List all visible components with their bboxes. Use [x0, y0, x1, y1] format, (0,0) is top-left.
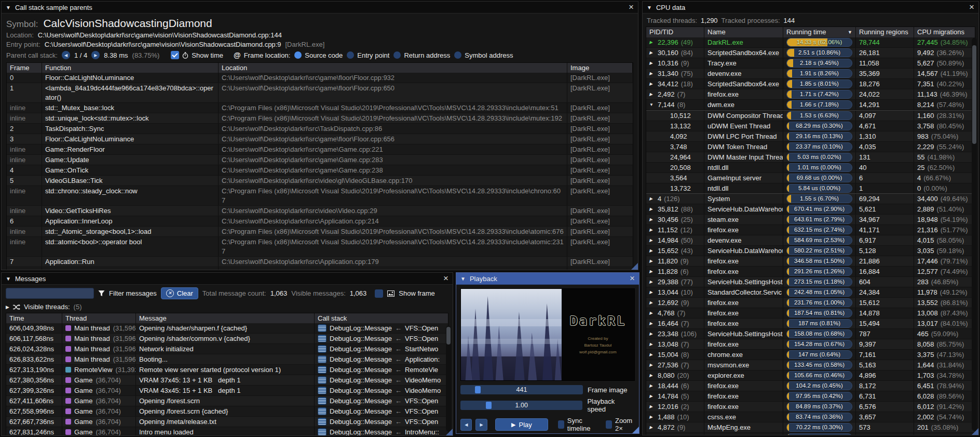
message-row[interactable]: 627,667,736nsGame(36,704)Opening /meta/r…	[6, 417, 448, 427]
expand-tree-icon[interactable]: ▶	[649, 235, 655, 245]
column-cpu-migrations[interactable]: CPU migrations	[914, 27, 975, 37]
message-row[interactable]: 627,399,326nsGame(36,704)VRAM 43x45: 15 …	[6, 386, 448, 396]
messages-scrollbar[interactable]	[446, 326, 451, 431]
callstack-list-icon[interactable]	[318, 366, 326, 374]
column-pid-tid[interactable]: PID/TID	[646, 27, 704, 37]
stack-frame-row[interactable]: inlinestd::_Atomic_storage<bool,1>::load…	[7, 227, 633, 237]
expand-tree-icon[interactable]: ▶	[649, 308, 655, 318]
column-name[interactable]: Name	[704, 27, 783, 37]
expand-tree-icon[interactable]: ▶	[649, 319, 655, 328]
prev-callstack-button[interactable]: ◀	[62, 51, 70, 59]
stack-frame-row[interactable]: inlinestd::unique_ptr<Application,std::d…	[7, 267, 633, 270]
column-callstack[interactable]: Call stack	[315, 313, 448, 323]
playback-speed-slider[interactable]: 1.00	[460, 401, 582, 410]
process-row[interactable]: ▶22,396(49)DarkRL.exe14.33 s (62.06%)78,…	[646, 37, 975, 48]
expand-tree-icon[interactable]: ▶	[649, 215, 655, 224]
expand-tree-icon[interactable]: ▶	[649, 287, 655, 297]
stack-frame-row[interactable]: inlinestd::chrono::steady_clock::nowC:\P…	[7, 186, 633, 206]
process-row[interactable]: ▶13,048(7)firefox.exe154.28 ms (0.67%)9,…	[646, 339, 975, 350]
expand-tree-icon[interactable]: ▶	[649, 277, 655, 287]
expand-tree-icon[interactable]: ▶	[649, 69, 655, 78]
stack-frame-row[interactable]: inlinestd::unique_lock<std::mutex>::lock…	[7, 113, 633, 124]
process-row[interactable]: ▶23,348(106)ServiceHub.SettingsHost158.0…	[646, 329, 975, 339]
expand-tree-icon[interactable]: ▶	[649, 267, 655, 276]
close-icon[interactable]: ×	[969, 4, 974, 11]
radio-dot[interactable]	[294, 51, 302, 59]
expand-tree-icon[interactable]: ▶	[649, 350, 655, 360]
message-row[interactable]: 627,380,356nsGame(36,704)VRAM 37x45: 13 …	[6, 375, 448, 386]
message-row[interactable]: 627,831,246nsGame(36,704)Intro menu load…	[6, 427, 448, 436]
message-row[interactable]: 626,024,328nsMain thread(31,596)Network …	[6, 344, 448, 354]
expand-tree-icon[interactable]: ▶	[649, 370, 655, 380]
messages-scrollbar-thumb[interactable]	[446, 327, 451, 345]
expand-tree-icon[interactable]: ▶	[649, 48, 655, 58]
process-row[interactable]: ▶8,080(20)explorer.exe105.66 ms (0.46%)4…	[646, 370, 975, 381]
process-row[interactable]: ▶34,412(18)ScriptedSandbox64.exe1.85 s (…	[646, 79, 975, 89]
callstack-list-icon[interactable]	[318, 397, 326, 405]
expand-tree-icon[interactable]: ▶	[649, 433, 655, 435]
expand-tree-icon[interactable]: ▶	[649, 329, 655, 339]
column-time[interactable]: Time	[6, 313, 62, 323]
close-icon[interactable]: ×	[629, 4, 634, 11]
visible-threads-label[interactable]: Visible threads:	[24, 303, 70, 311]
process-row[interactable]: ▶27,536(7)msvsmon.exe133.45 ms (0.58%)5,…	[646, 360, 975, 370]
stack-frame-row[interactable]: 2TaskDispatch::SyncC:\Users\wolf\Desktop…	[7, 124, 633, 134]
radio-dot[interactable]	[454, 51, 461, 59]
stack-frame-row[interactable]: 7Application::RunC:\Users\wolf\Desktop\d…	[7, 257, 633, 267]
threads-collapse-icon[interactable]: ▶	[6, 304, 9, 310]
message-row[interactable]: 606,049,398nsMain thread(31,596)Opening …	[6, 323, 448, 334]
column-location[interactable]: Location	[219, 63, 567, 73]
message-callstack[interactable]: DebugLog::Message←RemoteVie	[315, 365, 448, 375]
message-callstack[interactable]: DebugLog::Message←VFS::Open	[315, 334, 448, 343]
process-row[interactable]: ▶14,784(5)firefox.exe97.95 ms (0.42%)6,7…	[646, 391, 975, 402]
message-row[interactable]: 627,313,190nsRemoteView(31,392)Remote vi…	[6, 365, 448, 375]
column-image[interactable]: Image	[567, 63, 633, 73]
close-icon[interactable]: ×	[630, 275, 635, 282]
process-row[interactable]: ▶4(126)System1.55 s (6.70%)69,29434,400(…	[646, 194, 975, 204]
callstack-list-icon[interactable]	[318, 324, 326, 332]
message-callstack[interactable]: DebugLog::Message←VFS::Open	[315, 406, 448, 416]
process-row[interactable]: ▶30,456(25)steam.exe643.61 ms (2.79%)34,…	[646, 215, 975, 225]
resize-grip[interactable]	[631, 263, 638, 270]
collapse-icon[interactable]: ▼	[460, 276, 466, 282]
process-row[interactable]: ▶35,812(88)ServiceHub.DataWarehou670.41 …	[646, 204, 975, 215]
stack-frame-row[interactable]: inlinestd::atomic<bool>::operator boolC:…	[7, 237, 633, 257]
process-row[interactable]: ▶11,820(9)firefox.exe346.58 ms (1.50%)21…	[646, 256, 975, 267]
expand-tree-icon[interactable]: ▶	[649, 79, 655, 89]
callstack-list-icon[interactable]	[318, 376, 326, 384]
expand-tree-icon[interactable]: ▶	[649, 339, 655, 349]
close-icon[interactable]: ×	[443, 275, 448, 282]
thread-row[interactable]: 13,132uDWM Event Thread68.29 ms (0.30%)4…	[646, 121, 975, 131]
callstack-list-icon[interactable]	[318, 428, 326, 436]
process-row[interactable]: ▶27,696(17)Microsoft.ServiceHub.Co48.06 …	[646, 433, 975, 435]
filter-input[interactable]	[6, 288, 94, 299]
thread-row[interactable]: 4,092DWM LPC Port Thread29.16 ms (0.13%)…	[646, 131, 975, 142]
expand-tree-icon[interactable]: ▶	[649, 402, 655, 412]
sync-timeline-checkbox[interactable]	[558, 420, 564, 429]
message-callstack[interactable]: DebugLog::Message←IntroMenu::	[315, 427, 448, 436]
process-row[interactable]: ▶10,316(9)Tracy.exe2.18 s (9.45%)11,0585…	[646, 58, 975, 69]
radio-return-address[interactable]: Return address	[393, 51, 450, 59]
stack-frame-row[interactable]: 5VideoGLBase::TickC:\Users\wolf\Desktop\…	[7, 176, 633, 186]
process-row[interactable]: ▶2,492(7)firefox.exe1.71 s (7.42%)24,022…	[646, 89, 975, 100]
radio-entry-point[interactable]: Entry point	[347, 51, 389, 59]
next-callstack-button[interactable]: ▶	[91, 51, 100, 59]
stack-frame-row[interactable]: 0Floor::CalcLightNoLuminanceC:\Users\wol…	[7, 73, 633, 83]
thread-row[interactable]: 3,748DWM Token Thread23.37 ms (0.10%)4,0…	[646, 142, 975, 152]
expand-tree-icon[interactable]: ▶	[649, 37, 655, 47]
show-frame-checkbox[interactable]	[375, 289, 383, 298]
expand-tree-icon[interactable]: ▶	[649, 422, 655, 432]
resize-grip[interactable]	[632, 427, 639, 433]
radio-dot[interactable]	[393, 51, 401, 59]
zoom-2x-option[interactable]: Zoom 2×	[606, 417, 635, 432]
callstack-list-icon[interactable]	[318, 418, 326, 426]
expand-tree-icon[interactable]: ▶	[649, 256, 655, 266]
stack-frame-row[interactable]: 3Floor::CalcLightNoLuminanceC:\Users\wol…	[7, 134, 633, 144]
cpu-scrollbar[interactable]	[972, 38, 977, 431]
message-callstack[interactable]: DebugLog::Message←VideoMemo	[315, 386, 448, 395]
process-row[interactable]: ▶11,828(6)firefox.exe291.26 ms (1.26%)16…	[646, 267, 975, 277]
collapse-tree-icon[interactable]: ▼	[649, 100, 655, 110]
expand-tree-icon[interactable]: ▶	[649, 246, 655, 256]
column-running-regions[interactable]: Running regions	[856, 27, 914, 37]
process-row[interactable]: ▶29,388(77)ServiceHub.SettingsHost273.15…	[646, 277, 975, 287]
